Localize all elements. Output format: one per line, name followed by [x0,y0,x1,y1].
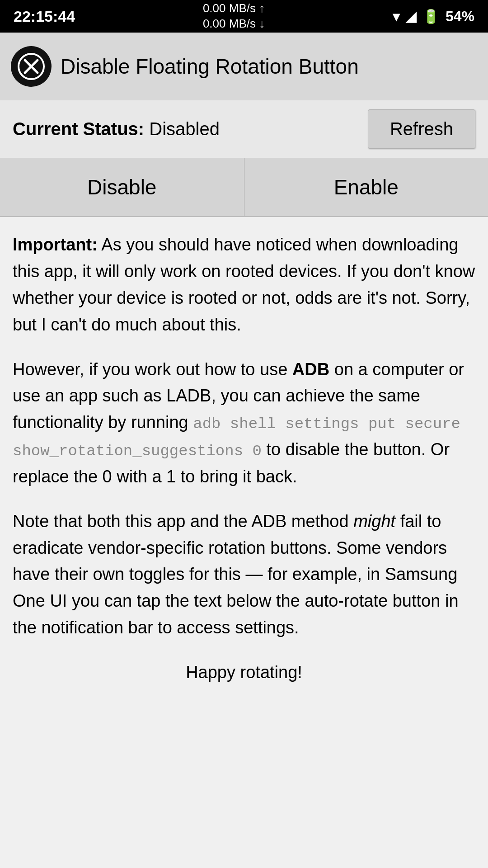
status-row: Current Status: Disabled Refresh [0,100,488,158]
note-italic: might [353,512,395,531]
current-status-text: Current Status: Disabled [13,119,220,139]
current-status-value: Disabled [149,119,220,139]
paragraph-note: Note that both this app and the ADB meth… [13,508,475,641]
battery-icon: 🔋 [422,9,439,24]
app-icon [11,46,52,87]
important-label: Important: [13,235,98,254]
paragraph-adb: However, if you work out how to use ADB … [13,356,475,490]
action-row: Disable Enable [0,158,488,217]
network-speed: 0.00 MB/s ↑ 0.00 MB/s ↓ [203,1,265,32]
close-refresh-icon [18,53,45,80]
closing-text: Happy rotating! [13,659,475,686]
download-speed: 0.00 MB/s ↓ [203,16,265,32]
status-bar: 22:15:44 0.00 MB/s ↑ 0.00 MB/s ↓ ▾ ◢ 🔋 5… [0,0,488,33]
signal-icon: ◢ [406,9,416,24]
adb-intro: However, if you work out how to use [13,360,292,379]
adb-bold: ADB [292,360,329,379]
app-header: Disable Floating Rotation Button [0,33,488,100]
content-area: Important: As you should have noticed wh… [0,217,488,700]
refresh-button[interactable]: Refresh [368,109,475,149]
paragraph-important: Important: As you should have noticed wh… [13,231,475,338]
disable-button[interactable]: Disable [0,158,244,216]
upload-speed: 0.00 MB/s ↑ [203,1,265,16]
wifi-icon: ▾ [393,9,399,24]
battery-percent: 54% [446,8,474,25]
app-title: Disable Floating Rotation Button [61,54,359,79]
status-icons: ▾ ◢ 🔋 54% [393,8,474,25]
note-start: Note that both this app and the ADB meth… [13,512,353,531]
time-display: 22:15:44 [14,8,75,25]
enable-button[interactable]: Enable [244,158,488,216]
current-status-label: Current Status: [13,119,144,139]
